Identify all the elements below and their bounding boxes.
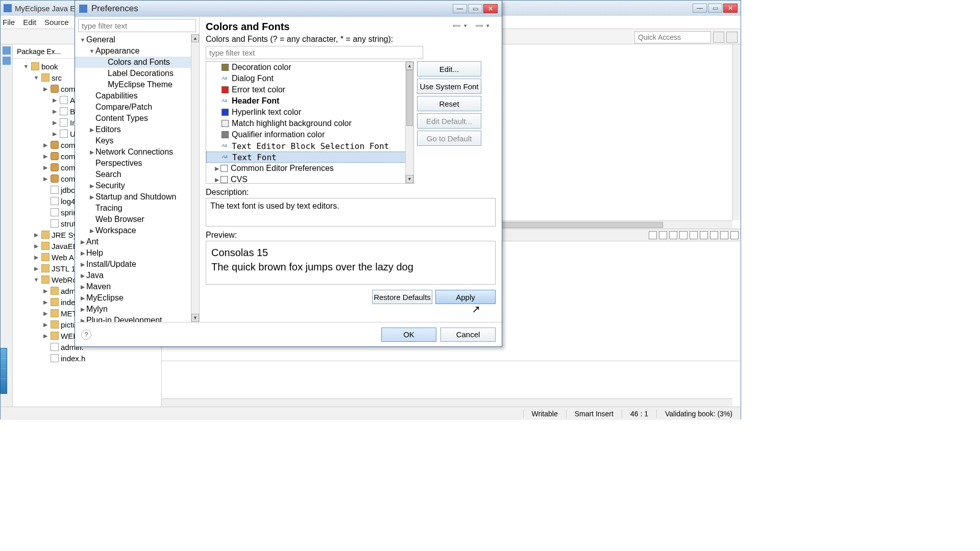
pref-tree-item[interactable]: ▶Maven xyxy=(75,281,199,292)
twisty-icon[interactable]: ▶ xyxy=(33,254,39,261)
twisty-icon[interactable]: ▶ xyxy=(42,333,48,339)
twisty-icon[interactable]: ▶ xyxy=(79,284,86,290)
scrollbar-vertical[interactable]: ▲ ▼ xyxy=(405,62,413,183)
scrollbar-horizontal[interactable] xyxy=(162,398,732,407)
reset-button[interactable]: Reset xyxy=(417,96,481,111)
twisty-icon[interactable]: ▶ xyxy=(88,127,95,133)
pref-tree-item[interactable]: ▶Install/Update xyxy=(75,259,199,270)
quick-access-input[interactable] xyxy=(634,31,711,43)
use-system-font-button[interactable]: Use System Font xyxy=(417,79,481,94)
console-icon[interactable] xyxy=(669,231,677,239)
maximize-icon[interactable]: ▭ xyxy=(708,4,722,13)
ok-button[interactable]: OK xyxy=(381,328,436,342)
scrollbar-vertical[interactable]: ▲▼ xyxy=(191,34,199,322)
menu-file[interactable]: File xyxy=(3,18,15,27)
twisty-icon[interactable]: ▶ xyxy=(79,239,86,245)
console-icon[interactable] xyxy=(649,231,657,239)
help-icon[interactable]: ? xyxy=(81,330,91,340)
pref-tree-item[interactable]: ▶Security xyxy=(75,180,199,191)
cf-item[interactable]: AaHeader Font xyxy=(206,95,413,107)
twisty-icon[interactable]: ▶ xyxy=(79,272,86,279)
twisty-icon[interactable]: ▶ xyxy=(213,165,220,172)
pref-tree-item[interactable]: Search xyxy=(75,169,199,180)
tool-icon[interactable] xyxy=(3,57,11,65)
close-icon[interactable]: ✕ xyxy=(723,4,738,13)
pref-tree-item[interactable]: ▼General xyxy=(75,34,199,45)
twisty-icon[interactable]: ▶ xyxy=(79,250,86,257)
pref-tree-item[interactable]: ▶MyEclipse xyxy=(75,292,199,304)
twisty-icon[interactable]: ▶ xyxy=(42,310,48,317)
menu-source[interactable]: Source xyxy=(44,18,69,27)
pref-tree-item[interactable]: ▼Appearance xyxy=(75,45,199,57)
twisty-icon[interactable]: ▶ xyxy=(79,317,86,322)
preferences-filter-input[interactable] xyxy=(78,19,196,32)
pref-tree-item[interactable]: ▶Network Connections xyxy=(75,146,199,158)
console-icon[interactable] xyxy=(720,231,728,239)
pref-tree-item[interactable]: Web Browser xyxy=(75,214,199,225)
twisty-icon[interactable]: ▶ xyxy=(42,164,48,171)
perspective-button[interactable] xyxy=(713,32,724,43)
pref-tree-item[interactable]: Compare/Patch xyxy=(75,102,199,113)
pref-tree-item[interactable]: ▶Java xyxy=(75,270,199,281)
maximize-icon[interactable]: ▭ xyxy=(468,4,482,13)
colors-fonts-tree[interactable]: Decoration colorAaDialog FontError text … xyxy=(206,61,414,184)
cf-item[interactable]: Hyperlink text color xyxy=(206,107,413,118)
forward-icon[interactable]: ⟹ xyxy=(475,22,484,32)
pref-tree-item[interactable]: ▶Mylyn xyxy=(75,304,199,315)
pref-tree-item[interactable]: ▶Workspace xyxy=(75,225,199,236)
colors-fonts-filter-input[interactable] xyxy=(206,46,423,59)
twisty-icon[interactable]: ▶ xyxy=(88,149,95,156)
pref-tree-item[interactable]: Colors and Fonts xyxy=(75,57,199,68)
cf-item[interactable]: Match highlight background color xyxy=(206,118,413,129)
twisty-icon[interactable]: ▼ xyxy=(33,277,39,283)
pref-tree-item[interactable]: Capabilities xyxy=(75,90,199,102)
pref-tree-item[interactable]: Label Decorations xyxy=(75,68,199,79)
twisty-icon[interactable]: ▶ xyxy=(79,295,86,302)
twisty-icon[interactable]: ▶ xyxy=(88,183,95,189)
cf-item[interactable]: ▶Common Editor Preferences xyxy=(206,163,413,174)
menu-edit[interactable]: Edit xyxy=(23,18,36,27)
perspective-button-2[interactable] xyxy=(726,32,738,43)
minimize-icon[interactable]: — xyxy=(693,4,707,13)
twisty-icon[interactable]: ▶ xyxy=(52,108,58,115)
twisty-icon[interactable]: ▼ xyxy=(79,37,86,43)
close-icon[interactable]: ✕ xyxy=(483,4,498,13)
twisty-icon[interactable]: ▶ xyxy=(42,288,48,294)
cf-item[interactable]: AaText Editor Block Selection Font xyxy=(206,140,413,152)
twisty-icon[interactable]: ▶ xyxy=(52,97,58,104)
console-icon[interactable] xyxy=(730,231,739,239)
cf-item[interactable]: Qualifier information color xyxy=(206,129,413,140)
cf-item[interactable]: AaDialog Font xyxy=(206,73,413,84)
pref-tree-item[interactable]: ▶Startup and Shutdown xyxy=(75,191,199,203)
twisty-icon[interactable]: ▶ xyxy=(33,232,39,238)
twisty-icon[interactable]: ▶ xyxy=(79,306,86,313)
twisty-icon[interactable]: ▶ xyxy=(42,321,48,328)
twisty-icon[interactable]: ▼ xyxy=(33,74,39,81)
scrollbar-vertical[interactable] xyxy=(732,44,741,220)
pref-tree-item[interactable]: ▶Plug-in Development xyxy=(75,315,199,322)
twisty-icon[interactable]: ▶ xyxy=(42,176,48,182)
cf-item[interactable]: Error text color xyxy=(206,84,413,95)
apply-button[interactable]: Apply xyxy=(435,290,496,304)
twisty-icon[interactable]: ▶ xyxy=(33,265,39,272)
restore-defaults-button[interactable]: Restore Defaults xyxy=(372,290,432,304)
twisty-icon[interactable]: ▶ xyxy=(213,177,220,183)
console-icon[interactable] xyxy=(679,231,688,239)
console-icon[interactable] xyxy=(700,231,708,239)
twisty-icon[interactable]: ▶ xyxy=(52,131,58,137)
console-icon[interactable] xyxy=(710,231,718,239)
cf-item[interactable]: Decoration color xyxy=(206,62,413,73)
minimize-icon[interactable]: — xyxy=(453,4,467,13)
twisty-icon[interactable]: ▶ xyxy=(42,86,48,92)
pref-tree-item[interactable]: Perspectives xyxy=(75,158,199,169)
cancel-button[interactable]: Cancel xyxy=(440,328,496,342)
forward-menu-icon[interactable]: ▾ xyxy=(486,22,496,32)
twisty-icon[interactable]: ▶ xyxy=(33,243,39,249)
pref-tree-item[interactable]: ▶Help xyxy=(75,247,199,259)
tree-item[interactable]: index.h xyxy=(13,353,161,364)
cf-item[interactable]: ▶CVS xyxy=(206,174,413,184)
pref-tree-item[interactable]: Content Types xyxy=(75,113,199,124)
pref-tree-item[interactable]: ▶Editors xyxy=(75,124,199,135)
back-menu-icon[interactable]: ▾ xyxy=(464,22,473,32)
pref-tree-item[interactable]: Tracing xyxy=(75,203,199,214)
